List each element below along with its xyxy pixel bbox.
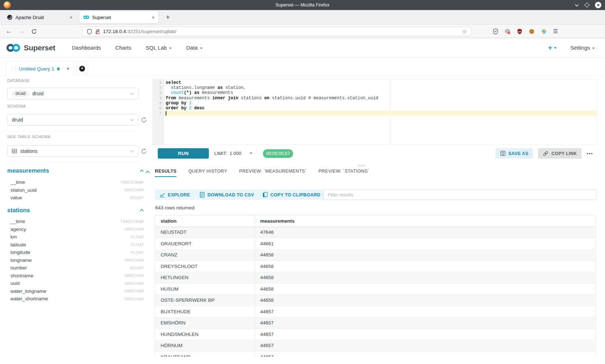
collapse-chevron-icon[interactable] [140,169,145,172]
table-row: HUNDSMÜHLEN44657 [155,329,596,340]
nav-item-charts[interactable]: Charts [115,45,131,51]
table-select[interactable]: stations [7,145,139,157]
table-grid-icon [12,149,17,153]
code-line-active [164,111,596,116]
limit-dropdown[interactable]: LIMIT: 1 000 [214,148,252,159]
column-row: water_longnameVARCHAR [7,287,145,295]
badge-extension-icon[interactable] [505,28,511,35]
link-icon [543,151,548,156]
shield-check-extension-icon[interactable] [493,28,498,35]
drag-handle-icon[interactable]: ⋮⋮ [10,66,17,71]
table-row: GRAUERORT44661 [155,238,596,250]
refresh-tables-icon[interactable] [141,148,147,154]
collapse-pane-chevron-icon[interactable] [145,170,150,173]
chevron-down-icon [592,47,595,49]
sparkle-extension-icon[interactable] [541,28,547,35]
query-tab-untitled-query-1[interactable]: ⋮⋮ Untitled Query 1 × [6,61,74,76]
chevron-down-icon [554,47,557,49]
divider [7,131,139,132]
new-query-tab-button[interactable]: + [76,61,88,76]
filter-results-input[interactable] [323,190,597,200]
nav-item-sql-lab[interactable]: SQL Lab [146,45,172,51]
schema-table-measurements[interactable]: measurements [7,167,145,174]
chevron-down-icon [200,47,203,49]
save-as-button[interactable]: SAVE AS [496,148,533,159]
table-row: HETLINGEN44658 [155,272,596,283]
code-token [187,106,189,111]
tab-query-history[interactable]: QUERY HISTORY [188,169,227,177]
schema-select[interactable]: druid [7,114,139,126]
tracking-shield-icon[interactable] [87,29,92,35]
code-line: group by 1 [164,101,596,106]
table-row: NEUSTADT47646 [155,227,596,238]
explore-button[interactable]: EXPLORE [155,190,195,200]
tab-label: Superset [92,15,149,20]
tab-results[interactable]: RESULTS [155,169,176,177]
chevron-down-icon [130,119,134,121]
code-line: count(*) as measurements [164,90,596,95]
tab-close-icon[interactable]: × [70,15,72,20]
code-token: 1 [189,101,192,106]
column-header-station[interactable]: station [155,215,255,227]
forward-button[interactable]: → [19,25,25,38]
pane-resize-handle[interactable] [358,164,365,167]
text-cursor [166,111,166,115]
menu-icon[interactable]: ☰ [553,28,558,35]
code-token: from [166,96,176,101]
maximize-diamond-icon[interactable] [584,3,590,8]
code-line: select [164,80,596,85]
tab-preview-measurements[interactable]: PREVIEW: `MEASUREMENTS` [239,169,306,177]
database-select[interactable]: druid druid [7,88,139,99]
column-header-measurements[interactable]: measurements [255,215,596,227]
run-button[interactable]: RUN [158,148,209,159]
cookie-extension-icon[interactable] [529,28,535,35]
divider [7,162,139,162]
browser-tab-superset[interactable]: Superset × [79,11,158,23]
nav-item-data[interactable]: Data [186,45,203,51]
window-close-icon[interactable]: ✕ [595,2,601,8]
schema-table-stations[interactable]: stations [7,207,145,214]
elapsed-timer-badge: 00:00:00.87 [263,149,293,158]
column-row: water_shortnameVARCHAR [7,295,145,303]
sql-editor[interactable]: 1 2 3 4 5 6 7 select stations.longname a… [152,79,597,145]
new-tab-button[interactable]: + [163,12,173,22]
tab-close-icon[interactable]: × [152,15,154,20]
query-tab-close-icon[interactable]: × [67,66,70,72]
url-bar[interactable]: 172.18.0.4:32251/superset/sqllab/ ☆ [82,27,472,36]
column-row: longitudeFLOAT [7,249,145,256]
csv-file-icon [200,192,205,197]
back-button[interactable]: ← [6,25,12,38]
add-new-button[interactable]: + [548,44,557,52]
column-row: numberBIGINT [7,264,145,272]
bookmark-star-icon[interactable]: ☆ [462,28,467,35]
refresh-schemas-icon[interactable] [141,117,147,123]
download-csv-button[interactable]: DOWNLOAD TO CSV [195,190,259,200]
chevron-down-icon [250,153,252,154]
code-token: as [218,85,223,90]
brand-name[interactable]: Superset [24,44,55,52]
code-token: select [166,80,181,85]
chevron-down-icon [130,92,134,95]
table-row: HÖRNUM44657 [155,340,596,351]
code-token: desc [194,106,205,111]
column-row: shortnameVARCHAR [7,272,145,280]
copy-clipboard-button[interactable]: COPY TO CLIPBOARD [258,190,325,200]
code-area[interactable]: select stations.longname as station, cou… [164,79,596,145]
settings-menu[interactable]: Settings [570,45,595,51]
code-token: measurements [200,90,233,95]
minimize-chevron-icon[interactable] [574,4,579,7]
insecure-lock-icon[interactable] [95,29,100,35]
nav-item-dashboards[interactable]: Dashboards [72,45,101,51]
url-text: 172.18.0.4:32251/superset/sqllab/ [103,29,176,34]
titlebar: Superset — Mozilla Firefox ✕ [0,0,605,10]
code-token: measurements [176,96,212,101]
plus-circle-icon: + [79,66,85,72]
table-row: HUSUM44658 [155,283,596,295]
browser-tab-apache-druid[interactable]: Apache Druid × [3,11,76,23]
tab-preview-stations[interactable]: PREVIEW: `STATIONS` [318,169,369,177]
collapse-chevron-icon[interactable] [140,209,145,211]
ublock-extension-icon[interactable]: uO [517,28,523,35]
more-actions-button[interactable]: ••• [587,151,593,156]
copy-link-button[interactable]: COPY LINK [538,148,582,159]
results-table: station measurements NEUSTADT47646GRAUER… [155,215,596,357]
